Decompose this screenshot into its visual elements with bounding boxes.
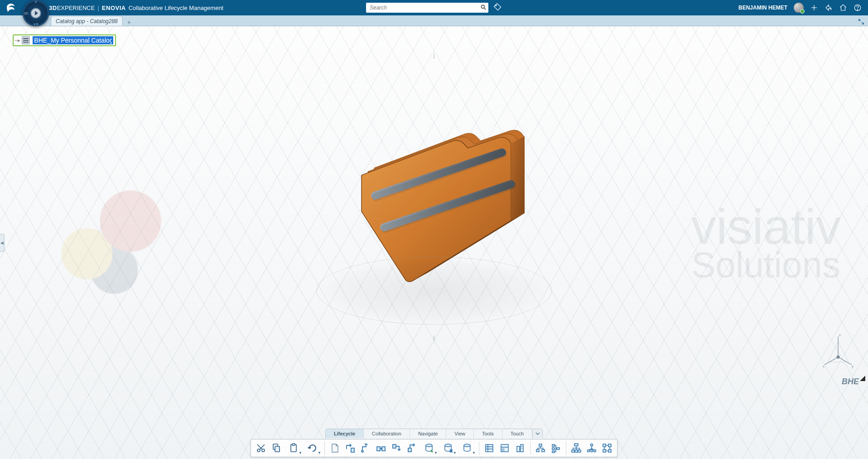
fullscreen-toggle-icon[interactable] [857,18,865,26]
tree-compact-button[interactable] [549,441,563,455]
svg-rect-42 [536,449,539,452]
axis-triad-icon[interactable]: z x y [820,332,856,368]
cmd-tab-collaboration[interactable]: Collaboration [364,429,410,438]
svg-rect-36 [502,449,504,451]
svg-rect-23 [382,447,385,451]
svg-rect-45 [552,448,555,449]
tree-grid-button[interactable] [600,441,614,455]
svg-point-2 [495,5,497,6]
add-tab-button[interactable]: + [125,19,133,26]
svg-point-52 [591,444,593,446]
svg-line-8 [825,357,838,365]
database-delete-button[interactable]: ×▼ [439,441,457,455]
brand-separator: | [97,5,99,11]
tree-small-button[interactable] [533,441,548,455]
svg-point-29 [464,444,470,447]
svg-point-54 [591,450,593,452]
cmd-tab-tools[interactable]: Tools [474,429,502,438]
cmd-tab-view[interactable]: View [446,429,474,438]
svg-rect-57 [608,444,611,447]
cmd-tab-navigate[interactable]: Navigate [410,429,446,438]
grid-background [0,26,868,459]
svg-rect-59 [608,449,611,452]
tree-expand-icon[interactable]: ––▸ [14,37,19,43]
svg-rect-58 [603,449,606,452]
toolbar-separator [479,441,479,455]
svg-rect-41 [539,444,542,446]
svg-rect-19 [292,444,295,445]
svg-line-1 [484,8,486,10]
undo-button[interactable]: ▼ [304,441,322,455]
document-tab-bar: Catalog app - Catalog288 + [0,15,868,26]
tree-network-button[interactable] [584,441,599,455]
viewport-3d[interactable]: visiativ Solutions ––▸ ◀ [0,26,868,459]
duplicate-button[interactable] [374,441,388,455]
ds-logo-icon[interactable] [5,1,17,14]
svg-rect-17 [275,446,280,452]
svg-rect-24 [393,445,396,448]
resize-corner-icon[interactable] [860,376,865,381]
svg-point-21 [362,450,363,452]
bottom-toolbar: ▼ ▼ ▼ ×▼ ▼ [251,439,617,457]
svg-point-6 [857,10,858,10]
catalog-name-input[interactable] [33,36,113,44]
user-name: BENJAMIN HEMET [738,5,787,11]
tree-root-node[interactable]: ––▸ [13,34,116,46]
toolbar-separator [566,441,566,455]
svg-rect-56 [603,444,606,447]
search-input[interactable] [370,5,480,11]
svg-rect-48 [574,444,578,446]
list-view-button[interactable] [482,441,497,455]
cmd-tab-touch[interactable]: Touch [502,429,532,438]
cmd-tab-expand-icon[interactable] [532,429,542,438]
svg-text:×: × [450,449,453,454]
toolbar-separator [324,441,325,455]
database-save-button[interactable]: ▼ [420,441,438,455]
tab-label: Catalog app - Catalog288 [56,18,118,24]
brand-bold: 3D [49,5,57,11]
share-icon[interactable] [825,4,833,12]
search-icon[interactable] [480,4,487,12]
compass-label-top: V [35,0,37,4]
svg-point-27 [445,444,451,447]
cmd-tab-lifecycle[interactable]: Lifecycle [326,429,364,438]
replace-revision-button[interactable] [389,441,404,455]
compass-icon[interactable]: 3D V V.R [23,0,49,26]
revise-button[interactable] [343,441,357,455]
tab-catalog[interactable]: Catalog app - Catalog288 [51,16,123,26]
viewport-user-tag: BHE [842,377,859,387]
copy-button[interactable] [269,441,284,455]
search-box[interactable] [366,3,488,13]
svg-rect-50 [575,450,578,452]
brand-thin: EXPERIENCE [57,5,95,11]
svg-rect-47 [557,448,559,449]
home-icon[interactable] [839,4,847,12]
brand-sub: Collaborative Lifecycle Management [129,5,224,11]
svg-text:y: y [852,364,854,368]
building-view-button[interactable] [513,441,527,455]
svg-rect-37 [517,446,520,452]
new-sheet-button[interactable] [328,441,342,455]
paste-button[interactable]: ▼ [285,441,303,455]
svg-point-0 [481,5,484,8]
database-actions-button[interactable]: ▼ [458,441,476,455]
cut-button[interactable] [254,441,268,455]
compass-label-left: 3D [24,12,28,15]
compass-label-bottom: V.R [33,23,38,26]
catalog-icon [22,36,30,44]
replace-latest-button[interactable] [405,441,419,455]
tree-large-button[interactable] [569,441,583,455]
svg-rect-20 [351,448,354,452]
tag-icon[interactable] [493,2,502,14]
command-tab-bar: Lifecycle Collaboration Navigate View To… [325,429,543,438]
svg-text:x: x [823,364,825,368]
help-icon[interactable] [854,4,862,12]
new-branch-button[interactable] [358,441,373,455]
toolbar-separator [530,441,530,455]
svg-point-26 [426,444,432,447]
avatar[interactable] [794,3,804,13]
svg-rect-43 [542,449,545,452]
plus-icon[interactable] [810,4,818,12]
form-view-button[interactable] [497,441,512,455]
side-panel-handle[interactable]: ◀ [0,234,5,252]
